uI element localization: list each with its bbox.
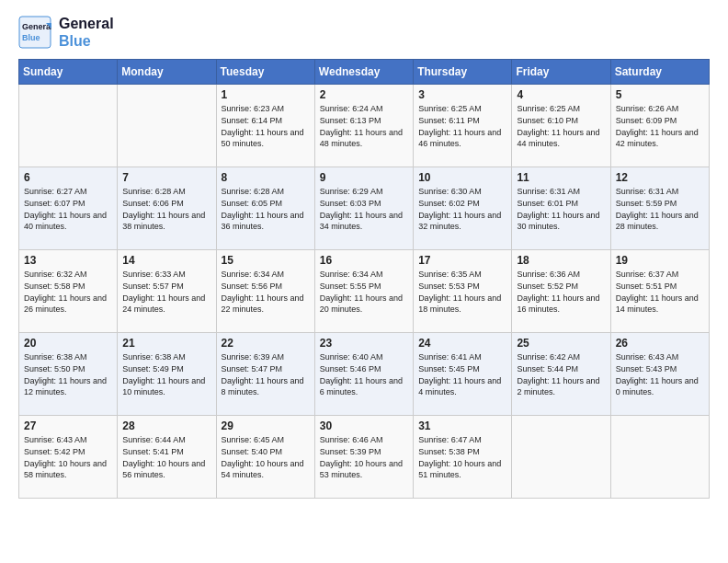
day-info: Sunrise: 6:28 AM Sunset: 6:05 PM Dayligh… [222, 186, 310, 232]
calendar-cell: 24 Sunrise: 6:41 AM Sunset: 5:45 PM Dayl… [414, 333, 512, 416]
sunset-text: Sunset: 5:59 PM [616, 199, 677, 208]
calendar-row-1: 6 Sunrise: 6:27 AM Sunset: 6:07 PM Dayli… [19, 167, 710, 250]
calendar-cell: 22 Sunrise: 6:39 AM Sunset: 5:47 PM Dayl… [216, 333, 314, 416]
daylight-text: Daylight: 11 hours and 36 minutes. [222, 211, 304, 232]
sunset-text: Sunset: 6:14 PM [222, 116, 283, 125]
sunset-text: Sunset: 5:47 PM [222, 364, 283, 373]
weekday-header-friday: Friday [512, 60, 610, 85]
daylight-text: Daylight: 11 hours and 24 minutes. [122, 293, 205, 315]
sunset-text: Sunset: 5:57 PM [122, 282, 184, 291]
day-number: 25 [517, 337, 605, 350]
header: General Blue General Blue [18, 15, 710, 50]
calendar-cell: 2 Sunrise: 6:24 AM Sunset: 6:13 PM Dayli… [314, 85, 413, 167]
weekday-header-tuesday: Tuesday [216, 60, 314, 85]
logo-svg: General Blue [18, 16, 51, 49]
sunset-text: Sunset: 6:09 PM [616, 116, 677, 125]
day-number: 10 [418, 171, 506, 184]
day-info: Sunrise: 6:24 AM Sunset: 6:13 PM Dayligh… [320, 103, 408, 149]
daylight-text: Daylight: 11 hours and 6 minutes. [320, 376, 403, 397]
weekday-header-thursday: Thursday [414, 60, 512, 85]
day-number: 20 [24, 337, 112, 350]
sunrise-text: Sunrise: 6:42 AM [517, 352, 580, 362]
sunrise-text: Sunrise: 6:41 AM [418, 352, 482, 362]
calendar-row-4: 27 Sunrise: 6:43 AM Sunset: 5:42 PM Dayl… [19, 416, 710, 499]
sunrise-text: Sunrise: 6:40 AM [320, 352, 383, 362]
day-info: Sunrise: 6:37 AM Sunset: 5:51 PM Dayligh… [616, 269, 704, 315]
sunset-text: Sunset: 6:06 PM [122, 199, 184, 208]
calendar-cell: 26 Sunrise: 6:43 AM Sunset: 5:43 PM Dayl… [610, 333, 709, 416]
sunset-text: Sunset: 5:44 PM [517, 364, 578, 373]
daylight-text: Daylight: 11 hours and 38 minutes. [122, 211, 205, 232]
calendar-cell: 8 Sunrise: 6:28 AM Sunset: 6:05 PM Dayli… [216, 167, 314, 250]
day-info: Sunrise: 6:47 AM Sunset: 5:38 PM Dayligh… [418, 434, 506, 480]
day-number: 24 [418, 337, 506, 350]
sunrise-text: Sunrise: 6:28 AM [122, 187, 186, 196]
daylight-text: Daylight: 11 hours and 30 minutes. [517, 211, 599, 232]
sunrise-text: Sunrise: 6:25 AM [517, 104, 580, 113]
day-info: Sunrise: 6:25 AM Sunset: 6:11 PM Dayligh… [418, 103, 506, 149]
day-number: 21 [122, 337, 210, 350]
calendar-cell: 4 Sunrise: 6:25 AM Sunset: 6:10 PM Dayli… [512, 85, 610, 167]
day-number: 29 [222, 419, 310, 432]
calendar-cell: 20 Sunrise: 6:38 AM Sunset: 5:50 PM Dayl… [19, 333, 118, 416]
daylight-text: Daylight: 11 hours and 20 minutes. [320, 293, 403, 315]
sunrise-text: Sunrise: 6:23 AM [222, 104, 285, 113]
calendar-cell: 29 Sunrise: 6:45 AM Sunset: 5:40 PM Dayl… [216, 416, 314, 499]
calendar-cell: 14 Sunrise: 6:33 AM Sunset: 5:57 PM Dayl… [118, 250, 216, 333]
calendar-cell: 3 Sunrise: 6:25 AM Sunset: 6:11 PM Dayli… [414, 85, 512, 167]
calendar-cell: 19 Sunrise: 6:37 AM Sunset: 5:51 PM Dayl… [610, 250, 709, 333]
day-info: Sunrise: 6:39 AM Sunset: 5:47 PM Dayligh… [222, 351, 310, 397]
calendar-cell: 9 Sunrise: 6:29 AM Sunset: 6:03 PM Dayli… [314, 167, 413, 250]
sunset-text: Sunset: 5:58 PM [24, 282, 85, 291]
day-info: Sunrise: 6:26 AM Sunset: 6:09 PM Dayligh… [616, 103, 704, 149]
sunrise-text: Sunrise: 6:45 AM [222, 435, 285, 444]
calendar-cell: 30 Sunrise: 6:46 AM Sunset: 5:39 PM Dayl… [314, 416, 413, 499]
day-number: 17 [418, 254, 506, 267]
day-number: 16 [320, 254, 408, 267]
day-info: Sunrise: 6:27 AM Sunset: 6:07 PM Dayligh… [24, 186, 112, 232]
calendar-cell: 12 Sunrise: 6:31 AM Sunset: 5:59 PM Dayl… [610, 167, 709, 250]
day-info: Sunrise: 6:40 AM Sunset: 5:46 PM Dayligh… [320, 351, 408, 397]
day-info: Sunrise: 6:36 AM Sunset: 5:52 PM Dayligh… [517, 269, 605, 315]
day-info: Sunrise: 6:23 AM Sunset: 6:14 PM Dayligh… [222, 103, 310, 149]
daylight-text: Daylight: 11 hours and 18 minutes. [418, 293, 501, 315]
daylight-text: Daylight: 10 hours and 56 minutes. [122, 459, 205, 480]
sunrise-text: Sunrise: 6:26 AM [616, 104, 679, 113]
sunrise-text: Sunrise: 6:31 AM [616, 187, 679, 196]
day-info: Sunrise: 6:44 AM Sunset: 5:41 PM Dayligh… [122, 434, 210, 480]
weekday-header-saturday: Saturday [610, 60, 709, 85]
day-info: Sunrise: 6:31 AM Sunset: 6:01 PM Dayligh… [517, 186, 605, 232]
day-info: Sunrise: 6:31 AM Sunset: 5:59 PM Dayligh… [616, 186, 704, 232]
sunset-text: Sunset: 5:51 PM [616, 282, 677, 291]
calendar-cell: 15 Sunrise: 6:34 AM Sunset: 5:56 PM Dayl… [216, 250, 314, 333]
day-number: 12 [616, 171, 704, 184]
calendar-cell [118, 85, 216, 167]
daylight-text: Daylight: 11 hours and 4 minutes. [418, 376, 501, 397]
daylight-text: Daylight: 11 hours and 42 minutes. [616, 128, 699, 149]
day-number: 14 [122, 254, 210, 267]
day-number: 23 [320, 337, 408, 350]
daylight-text: Daylight: 11 hours and 28 minutes. [616, 211, 699, 232]
sunset-text: Sunset: 5:52 PM [517, 282, 578, 291]
sunset-text: Sunset: 6:03 PM [320, 199, 381, 208]
day-number: 30 [320, 419, 408, 432]
calendar-cell [512, 416, 610, 499]
sunrise-text: Sunrise: 6:24 AM [320, 104, 383, 113]
daylight-text: Daylight: 11 hours and 48 minutes. [320, 128, 403, 149]
calendar-cell: 21 Sunrise: 6:38 AM Sunset: 5:49 PM Dayl… [118, 333, 216, 416]
day-number: 4 [517, 88, 605, 101]
day-info: Sunrise: 6:41 AM Sunset: 5:45 PM Dayligh… [418, 351, 506, 397]
calendar-cell: 31 Sunrise: 6:47 AM Sunset: 5:38 PM Dayl… [414, 416, 512, 499]
sunset-text: Sunset: 5:49 PM [122, 364, 184, 373]
day-number: 1 [222, 88, 310, 101]
day-number: 8 [222, 171, 310, 184]
calendar-cell: 6 Sunrise: 6:27 AM Sunset: 6:07 PM Dayli… [19, 167, 118, 250]
sunset-text: Sunset: 6:01 PM [517, 199, 578, 208]
sunrise-text: Sunrise: 6:43 AM [616, 352, 679, 362]
weekday-header-row: SundayMondayTuesdayWednesdayThursdayFrid… [19, 60, 710, 85]
daylight-text: Daylight: 11 hours and 34 minutes. [320, 211, 403, 232]
day-info: Sunrise: 6:28 AM Sunset: 6:06 PM Dayligh… [122, 186, 210, 232]
sunset-text: Sunset: 5:42 PM [24, 447, 85, 456]
sunrise-text: Sunrise: 6:29 AM [320, 187, 383, 196]
weekday-header-monday: Monday [118, 60, 216, 85]
